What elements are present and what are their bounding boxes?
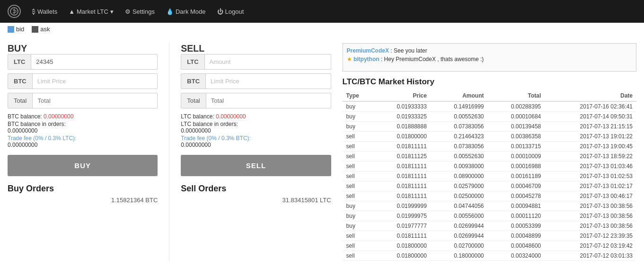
ask-color-box [32,26,38,33]
cell-amount: 0.00552630 [431,152,488,161]
logout-icon: ⏻ [217,8,223,15]
sell-orders-section: Sell Orders 31.83415801 LTC [181,184,331,204]
cell-total: 0.00139458 [488,122,545,132]
dropdown-icon: ▾ [110,8,114,15]
nav-darkmode[interactable]: 💧 Dark Mode [166,8,206,15]
cell-type: sell [343,231,374,241]
nav-logout[interactable]: ⏻ Logout [217,8,244,15]
cell-date: 2017-07-13 19:01:22 [545,132,636,142]
cell-price: 0.01811111 [373,171,431,181]
buy-panel: BUY LTC BTC Total BTC balance: 0.0000000… [8,43,169,261]
sell-btc-group: BTC [181,73,331,89]
chat-line-2: ★ bitpython : Hey PremiumCodeX , thats a… [347,56,632,63]
cell-date: 2017-07-13 00:38:56 [545,211,636,221]
col-price: Price [373,90,431,101]
cell-amount: 0.07383056 [431,142,488,152]
cell-type: sell [343,142,374,152]
cell-type: buy [343,112,374,122]
bid-legend: bid [8,26,24,33]
buy-ltc-input[interactable] [31,54,157,69]
sell-ltc-in-orders: LTC balance in orders: 0.00000000 [181,121,331,134]
right-panel: PremiumCodeX : See you later ★ bitpython… [343,43,636,261]
cell-price: 0.01999999 [373,201,431,211]
cell-price: 0.01933325 [373,112,431,122]
trade-section: BUY LTC BTC Total BTC balance: 0.0000000… [8,43,331,261]
cell-date: 2017-07-13 21:15:15 [545,122,636,132]
cell-amount: 0.18000000 [431,251,488,261]
history-tbody: buy 0.01933333 0.14916999 0.00288395 201… [343,101,636,261]
table-header-row: Type Price Amount Total Date [343,90,636,101]
cell-total: 0.00386358 [488,132,545,142]
buy-total-group: Total [8,93,158,108]
table-row: sell 0.01800000 0.21464323 0.00386358 20… [343,132,636,142]
cell-total: 0.00094881 [488,201,545,211]
cell-amount: 0.02579000 [431,181,488,191]
sell-total-input[interactable] [206,93,331,108]
cell-price: 0.01811111 [373,231,431,241]
darkmode-icon: 💧 [166,8,174,15]
market-icon: ▲ [69,8,75,15]
sell-btc-input[interactable] [206,74,331,89]
cell-date: 2017-07-13 00:38:56 [545,221,636,231]
chat-line-1: PremiumCodeX : See you later [347,47,632,54]
buy-orders-total: 1.15821364 BTC [8,197,158,204]
cell-total: 0.00288395 [488,101,545,112]
sell-orders-total: 31.83415801 LTC [181,197,331,204]
table-row: sell 0.01811111 0.07383056 0.00133715 20… [343,142,636,152]
buy-orders-title: Buy Orders [8,184,158,194]
cell-amount: 0.02700000 [431,241,488,251]
cell-amount: 0.07383056 [431,122,488,132]
table-row: buy 0.01977777 0.02699944 0.00053399 201… [343,221,636,231]
sell-button[interactable]: SELL [181,155,331,176]
cell-type: buy [343,201,374,211]
cell-price: 0.01800000 [373,241,431,251]
buy-btc-in-orders: BTC balance in orders: 0.00000000 [8,121,158,134]
nav-settings[interactable]: ⚙ Settings [125,8,155,15]
cell-amount: 0.02699944 [431,231,488,241]
cell-type: sell [343,191,374,201]
cell-date: 2017-07-16 02:36:41 [545,101,636,112]
sell-panel: SELL LTC BTC Total LTC balance: 0.000000… [169,43,331,261]
cell-total: 0.00053399 [488,221,545,231]
chat-user-1: PremiumCodeX [347,47,389,54]
buy-trade-fee: Trade fee (0% / 0.3% LTC): 0.00000000 [8,135,158,148]
cell-total: 0.00048600 [488,241,545,251]
buy-btc-group: BTC [8,73,158,89]
cell-total: 0.00010684 [488,112,545,122]
cell-total: 0.00048899 [488,231,545,241]
cell-type: buy [343,122,374,132]
table-row: buy 0.01888888 0.07383056 0.00139458 201… [343,122,636,132]
sell-ltc-prefix: LTC [181,54,204,69]
chart-legend: bid ask [0,23,644,36]
cell-type: sell [343,161,374,171]
buy-title: BUY [8,43,158,54]
cell-type: sell [343,171,374,181]
cell-total: 0.00011120 [488,211,545,221]
buy-button[interactable]: BUY [8,155,158,176]
table-row: sell 0.01811111 0.02699944 0.00048899 20… [343,231,636,241]
cell-date: 2017-07-13 01:02:53 [545,171,636,181]
cell-date: 2017-07-14 09:50:31 [545,112,636,122]
nav-wallets[interactable]: ₿ Wallets [32,8,57,15]
buy-btc-input[interactable] [33,74,158,89]
buy-ltc-prefix: LTC [8,54,31,69]
cell-amount: 0.00556000 [431,211,488,221]
cell-price: 0.01811125 [373,152,431,161]
col-date: Date [545,90,636,101]
col-type: Type [343,90,374,101]
nav-market[interactable]: ▲ Market LTC ▾ [69,8,114,15]
table-row: buy 0.01999999 0.04744056 0.00094881 201… [343,201,636,211]
market-history: LTC/BTC Market History Type Price Amount… [343,77,636,261]
cell-amount: 0.02500000 [431,191,488,201]
table-row: buy 0.01933325 0.00552630 0.00010684 201… [343,112,636,122]
sell-total-group: Total [181,93,331,108]
cell-price: 0.01933333 [373,101,431,112]
col-amount: Amount [431,90,488,101]
cell-date: 2017-07-13 18:59:22 [545,152,636,161]
cell-type: sell [343,241,374,251]
cell-date: 2017-07-13 00:38:56 [545,201,636,211]
buy-total-input[interactable] [33,93,157,108]
sell-ltc-group: LTC [181,54,331,70]
sell-ltc-input[interactable] [205,54,331,69]
cell-date: 2017-07-13 19:00:45 [545,142,636,152]
